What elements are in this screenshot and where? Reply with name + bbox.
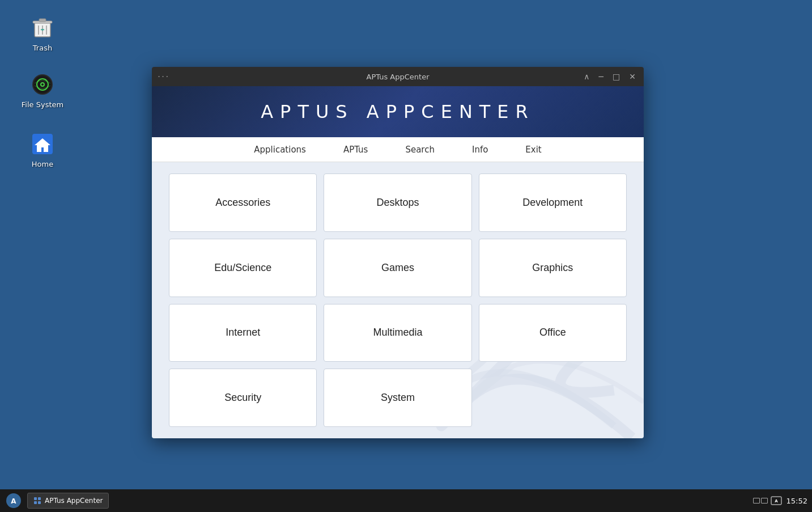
menu-exit[interactable]: Exit — [521, 142, 546, 157]
svg-rect-18 — [38, 501, 41, 504]
window-title: APTus AppCenter — [367, 73, 430, 81]
home-label: Home — [32, 160, 53, 168]
keyboard-layout-icon[interactable]: A — [771, 495, 782, 506]
empty-cell — [479, 369, 627, 427]
category-desktops[interactable]: Desktops — [324, 174, 471, 232]
filesystem-icon — [29, 71, 56, 98]
app-header: APTUS APPCENTER — [152, 86, 644, 137]
app-title: APTUS APPCENTER — [261, 101, 535, 122]
category-system[interactable]: System — [324, 369, 471, 427]
minimize-button[interactable]: ─ — [597, 71, 606, 82]
category-accessories[interactable]: Accessories — [169, 174, 317, 232]
category-multimedia[interactable]: Multimedia — [324, 304, 471, 362]
category-internet[interactable]: Internet — [169, 304, 317, 362]
filesystem-label: File System — [22, 100, 63, 109]
maximize-button[interactable]: □ — [610, 71, 622, 82]
taskbar-clock: 15:52 — [787, 497, 807, 505]
category-development[interactable]: Development — [479, 174, 627, 232]
svg-point-10 — [41, 83, 44, 86]
taskbar-app-label: APTus AppCenter — [45, 497, 103, 505]
category-games[interactable]: Games — [324, 239, 471, 297]
close-button[interactable]: ✕ — [627, 71, 638, 82]
menu-bar: Applications APTus Search Info Exit — [152, 137, 644, 162]
category-security[interactable]: Security — [169, 369, 317, 427]
app-content: APTUS APPCENTER Applications APTus Searc… — [152, 86, 644, 438]
taskbar-logo[interactable]: A — [5, 492, 23, 510]
desktop-icon-home[interactable]: Home — [17, 128, 68, 171]
appcenter-window: ··· APTus AppCenter ∧ ─ □ ✕ APTUS APPCEN… — [152, 67, 644, 438]
menu-applications[interactable]: Applications — [249, 142, 311, 157]
screen-icons[interactable] — [755, 495, 766, 506]
menu-aptus[interactable]: APTus — [339, 142, 373, 157]
svg-rect-15 — [34, 497, 37, 500]
desktop-icon-filesystem[interactable]: File System — [17, 68, 68, 112]
category-graphics[interactable]: Graphics — [479, 239, 627, 297]
taskbar: A APTus AppCenter A 15:52 — [0, 489, 812, 512]
home-icon — [29, 130, 56, 158]
titlebar-dots: ··· — [158, 71, 169, 82]
svg-rect-16 — [38, 497, 41, 500]
category-edu-science[interactable]: Edu/Science — [169, 239, 317, 297]
category-grid: Accessories Desktops Development Edu/Sci… — [152, 162, 644, 438]
desktop-icon-trash[interactable]: Trash — [17, 11, 68, 55]
collapse-button[interactable]: ∧ — [581, 71, 592, 82]
taskbar-appcenter-button[interactable]: APTus AppCenter — [27, 493, 109, 509]
titlebar: ··· APTus AppCenter ∧ ─ □ ✕ — [152, 67, 644, 86]
taskbar-app-icon — [33, 497, 41, 505]
trash-label: Trash — [33, 44, 52, 52]
trash-icon — [29, 14, 56, 41]
menu-info[interactable]: Info — [467, 142, 492, 157]
taskbar-systray: A 15:52 — [755, 495, 807, 506]
svg-rect-2 — [39, 19, 46, 22]
svg-rect-17 — [34, 501, 37, 504]
svg-text:A: A — [775, 499, 778, 503]
menu-search[interactable]: Search — [401, 142, 439, 157]
titlebar-controls: ∧ ─ □ ✕ — [581, 71, 638, 82]
category-office[interactable]: Office — [479, 304, 627, 362]
svg-text:A: A — [11, 497, 16, 505]
